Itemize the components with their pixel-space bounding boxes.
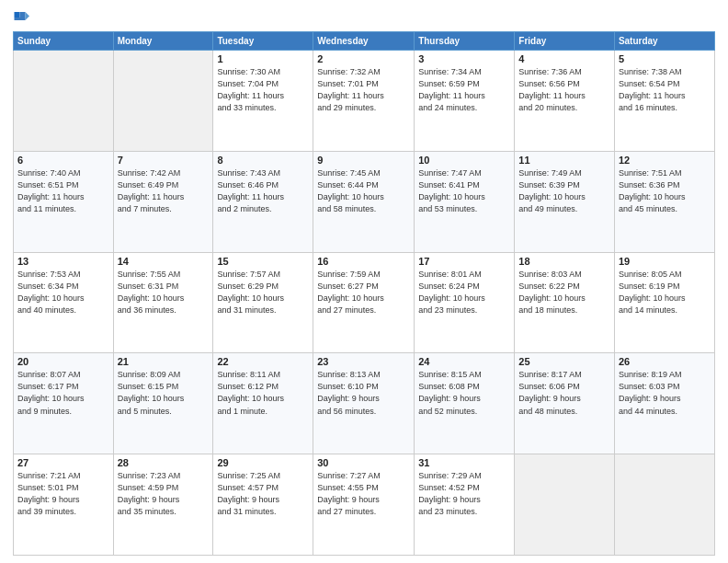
page: SundayMondayTuesdayWednesdayThursdayFrid…	[0, 0, 728, 563]
day-number: 17	[418, 256, 510, 267]
day-info: Sunrise: 8:15 AM Sunset: 6:08 PM Dayligh…	[418, 369, 510, 417]
day-number: 22	[217, 356, 309, 367]
day-number: 25	[518, 356, 610, 367]
calendar-cell: 1Sunrise: 7:30 AM Sunset: 7:04 PM Daylig…	[213, 51, 313, 152]
day-info: Sunrise: 7:53 AM Sunset: 6:34 PM Dayligh…	[17, 269, 109, 316]
day-number: 27	[17, 457, 109, 468]
day-info: Sunrise: 7:43 AM Sunset: 6:46 PM Dayligh…	[217, 167, 309, 215]
day-info: Sunrise: 7:23 AM Sunset: 4:59 PM Dayligh…	[118, 470, 210, 518]
day-number: 15	[217, 256, 309, 267]
weekday-header-thursday: Thursday	[415, 32, 515, 51]
calendar-cell: 4Sunrise: 7:36 AM Sunset: 6:56 PM Daylig…	[515, 51, 615, 152]
week-row-2: 6Sunrise: 7:40 AM Sunset: 6:51 PM Daylig…	[14, 151, 715, 252]
day-info: Sunrise: 7:27 AM Sunset: 4:55 PM Dayligh…	[317, 470, 410, 518]
calendar-cell: 24Sunrise: 8:15 AM Sunset: 6:08 PM Dayli…	[415, 353, 515, 454]
week-row-1: 1Sunrise: 7:30 AM Sunset: 7:04 PM Daylig…	[14, 51, 715, 152]
day-info: Sunrise: 7:34 AM Sunset: 6:59 PM Dayligh…	[418, 66, 510, 114]
week-row-4: 20Sunrise: 8:07 AM Sunset: 6:17 PM Dayli…	[14, 353, 715, 454]
day-info: Sunrise: 7:59 AM Sunset: 6:27 PM Dayligh…	[317, 269, 410, 316]
day-info: Sunrise: 8:11 AM Sunset: 6:12 PM Dayligh…	[217, 369, 309, 417]
day-number: 6	[17, 155, 109, 166]
calendar-table: SundayMondayTuesdayWednesdayThursdayFrid…	[13, 31, 715, 556]
week-row-5: 27Sunrise: 7:21 AM Sunset: 5:01 PM Dayli…	[14, 454, 715, 556]
calendar-cell: 31Sunrise: 7:29 AM Sunset: 4:52 PM Dayli…	[415, 454, 515, 556]
calendar-cell: 16Sunrise: 7:59 AM Sunset: 6:27 PM Dayli…	[313, 252, 415, 353]
calendar-cell: 8Sunrise: 7:43 AM Sunset: 6:46 PM Daylig…	[213, 151, 313, 252]
day-info: Sunrise: 7:42 AM Sunset: 6:49 PM Dayligh…	[118, 167, 210, 215]
day-info: Sunrise: 8:01 AM Sunset: 6:24 PM Dayligh…	[418, 269, 510, 316]
calendar-cell: 17Sunrise: 8:01 AM Sunset: 6:24 PM Dayli…	[415, 252, 515, 353]
day-info: Sunrise: 8:13 AM Sunset: 6:10 PM Dayligh…	[317, 369, 410, 417]
day-info: Sunrise: 8:05 AM Sunset: 6:19 PM Dayligh…	[619, 269, 711, 316]
calendar-cell: 20Sunrise: 8:07 AM Sunset: 6:17 PM Dayli…	[14, 353, 114, 454]
day-number: 13	[17, 256, 109, 267]
calendar-cell: 7Sunrise: 7:42 AM Sunset: 6:49 PM Daylig…	[113, 151, 213, 252]
day-info: Sunrise: 7:25 AM Sunset: 4:57 PM Dayligh…	[217, 470, 309, 518]
logo	[13, 9, 31, 26]
day-number: 16	[317, 256, 410, 267]
day-number: 10	[418, 155, 510, 166]
calendar-cell: 13Sunrise: 7:53 AM Sunset: 6:34 PM Dayli…	[14, 252, 114, 353]
weekday-header-row: SundayMondayTuesdayWednesdayThursdayFrid…	[14, 32, 715, 51]
day-info: Sunrise: 7:55 AM Sunset: 6:31 PM Dayligh…	[118, 269, 210, 316]
day-number: 31	[418, 457, 510, 468]
day-number: 26	[619, 356, 711, 367]
day-info: Sunrise: 7:45 AM Sunset: 6:44 PM Dayligh…	[317, 167, 410, 215]
weekday-header-saturday: Saturday	[614, 32, 714, 51]
calendar-cell	[14, 51, 114, 152]
day-info: Sunrise: 8:19 AM Sunset: 6:03 PM Dayligh…	[619, 369, 711, 417]
day-number: 29	[217, 457, 309, 468]
day-info: Sunrise: 7:30 AM Sunset: 7:04 PM Dayligh…	[217, 66, 309, 114]
day-number: 18	[518, 256, 610, 267]
calendar-cell: 3Sunrise: 7:34 AM Sunset: 6:59 PM Daylig…	[415, 51, 515, 152]
day-number: 4	[518, 53, 610, 64]
day-info: Sunrise: 8:09 AM Sunset: 6:15 PM Dayligh…	[118, 369, 210, 417]
calendar-cell: 26Sunrise: 8:19 AM Sunset: 6:03 PM Dayli…	[614, 353, 714, 454]
day-number: 9	[317, 155, 410, 166]
day-info: Sunrise: 8:03 AM Sunset: 6:22 PM Dayligh…	[518, 269, 610, 316]
day-number: 23	[317, 356, 410, 367]
day-info: Sunrise: 7:40 AM Sunset: 6:51 PM Dayligh…	[17, 167, 109, 215]
day-info: Sunrise: 8:07 AM Sunset: 6:17 PM Dayligh…	[17, 369, 109, 417]
logo-icon	[13, 9, 29, 26]
calendar-cell: 5Sunrise: 7:38 AM Sunset: 6:54 PM Daylig…	[614, 51, 714, 152]
calendar-cell: 19Sunrise: 8:05 AM Sunset: 6:19 PM Dayli…	[614, 252, 714, 353]
day-info: Sunrise: 7:21 AM Sunset: 5:01 PM Dayligh…	[17, 470, 109, 518]
day-number: 3	[418, 53, 510, 64]
day-info: Sunrise: 8:17 AM Sunset: 6:06 PM Dayligh…	[518, 369, 610, 417]
weekday-header-wednesday: Wednesday	[313, 32, 415, 51]
day-number: 2	[317, 53, 410, 64]
day-info: Sunrise: 7:32 AM Sunset: 7:01 PM Dayligh…	[317, 66, 410, 114]
calendar-cell: 27Sunrise: 7:21 AM Sunset: 5:01 PM Dayli…	[14, 454, 114, 556]
day-number: 20	[17, 356, 109, 367]
calendar-cell	[515, 454, 615, 556]
weekday-header-friday: Friday	[515, 32, 615, 51]
day-number: 12	[619, 155, 711, 166]
day-number: 1	[217, 53, 309, 64]
day-number: 8	[217, 155, 309, 166]
svg-rect-3	[15, 17, 26, 20]
svg-rect-1	[20, 12, 26, 17]
day-number: 21	[118, 356, 210, 367]
day-number: 19	[619, 256, 711, 267]
weekday-header-monday: Monday	[113, 32, 213, 51]
day-number: 5	[619, 53, 711, 64]
day-number: 11	[518, 155, 610, 166]
calendar-cell: 12Sunrise: 7:51 AM Sunset: 6:36 PM Dayli…	[614, 151, 714, 252]
day-info: Sunrise: 7:47 AM Sunset: 6:41 PM Dayligh…	[418, 167, 510, 215]
header	[13, 9, 715, 26]
calendar-cell: 25Sunrise: 8:17 AM Sunset: 6:06 PM Dayli…	[515, 353, 615, 454]
day-info: Sunrise: 7:38 AM Sunset: 6:54 PM Dayligh…	[619, 66, 711, 114]
weekday-header-sunday: Sunday	[14, 32, 114, 51]
calendar-cell: 29Sunrise: 7:25 AM Sunset: 4:57 PM Dayli…	[213, 454, 313, 556]
day-number: 24	[418, 356, 510, 367]
day-number: 28	[118, 457, 210, 468]
svg-marker-2	[26, 12, 30, 20]
calendar-cell: 10Sunrise: 7:47 AM Sunset: 6:41 PM Dayli…	[415, 151, 515, 252]
calendar-cell: 23Sunrise: 8:13 AM Sunset: 6:10 PM Dayli…	[313, 353, 415, 454]
day-info: Sunrise: 7:49 AM Sunset: 6:39 PM Dayligh…	[518, 167, 610, 215]
calendar-cell: 6Sunrise: 7:40 AM Sunset: 6:51 PM Daylig…	[14, 151, 114, 252]
calendar-cell: 30Sunrise: 7:27 AM Sunset: 4:55 PM Dayli…	[313, 454, 415, 556]
calendar-cell: 9Sunrise: 7:45 AM Sunset: 6:44 PM Daylig…	[313, 151, 415, 252]
day-number: 14	[118, 256, 210, 267]
